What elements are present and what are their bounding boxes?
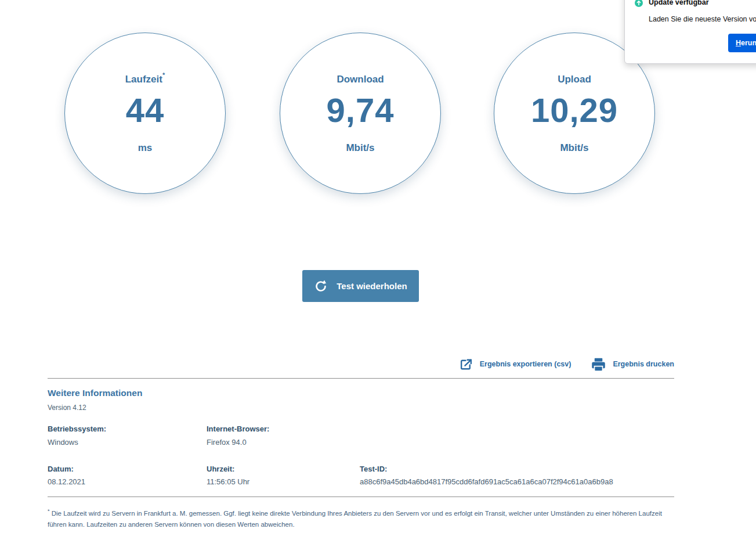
time-value: 11:56:05 Uhr	[207, 477, 249, 486]
browser-value: Firefox 94.0	[207, 438, 247, 447]
result-actions: Ergebnis exportieren (csv) Ergebnis druc…	[0, 354, 674, 374]
testid-label: Test-ID:	[360, 465, 387, 473]
download-value: 9,74	[327, 91, 395, 129]
info-section-title: Weitere Informationen	[48, 388, 142, 398]
date-label: Datum:	[48, 465, 74, 473]
export-csv-link[interactable]: Ergebnis exportieren (csv)	[459, 357, 571, 372]
update-popup-message: Laden Sie die neueste Version von Fi	[649, 15, 756, 23]
date-value: 08.12.2021	[48, 477, 85, 486]
update-popup-title: Update verfügbar	[649, 0, 709, 6]
os-label: Betriebssystem:	[48, 425, 106, 433]
app-version: Version 4.12	[48, 404, 86, 412]
download-label: Download	[337, 73, 384, 85]
os-value: Windows	[48, 438, 78, 447]
print-result-label: Ergebnis drucken	[613, 360, 674, 368]
upload-unit: Mbit/s	[560, 142, 588, 154]
upload-value: 10,29	[531, 91, 618, 129]
update-notification-popup: Update verfügbar Laden Sie die neueste V…	[624, 0, 756, 64]
divider	[48, 497, 674, 497]
laufzeit-footnote-asterisk: *	[162, 71, 165, 78]
laufzeit-unit: ms	[138, 142, 153, 154]
testid-value: a88c6f9a45db4a6bd4817f95cdd6fafd691ac5ca…	[360, 477, 613, 486]
printer-icon	[591, 357, 606, 372]
browser-label: Internet-Browser:	[207, 425, 269, 433]
download-update-button[interactable]: Herunterladen	[728, 34, 756, 52]
laufzeit-footnote: * Die Laufzeit wird zu Servern in Frankf…	[48, 506, 674, 530]
laufzeit-value: 44	[126, 91, 165, 129]
laufzeit-label: Laufzeit*	[125, 73, 165, 85]
download-result-circle: Download 9,74 Mbit/s	[280, 33, 441, 194]
update-badge-icon	[635, 0, 643, 7]
speedtest-results-page: Laufzeit* 44 ms Download 9,74 Mbit/s Upl…	[0, 0, 756, 536]
export-icon	[459, 357, 473, 372]
time-label: Uhrzeit:	[207, 465, 234, 473]
repeat-test-button[interactable]: Test wiederholen	[302, 270, 419, 302]
laufzeit-result-circle: Laufzeit* 44 ms	[64, 33, 226, 194]
upload-label: Upload	[558, 73, 591, 85]
repeat-test-button-label: Test wiederholen	[337, 281, 407, 291]
divider	[48, 378, 674, 379]
refresh-icon	[314, 279, 328, 293]
print-result-link[interactable]: Ergebnis drucken	[591, 357, 674, 372]
download-unit: Mbit/s	[346, 142, 374, 154]
export-csv-label: Ergebnis exportieren (csv)	[480, 360, 571, 368]
